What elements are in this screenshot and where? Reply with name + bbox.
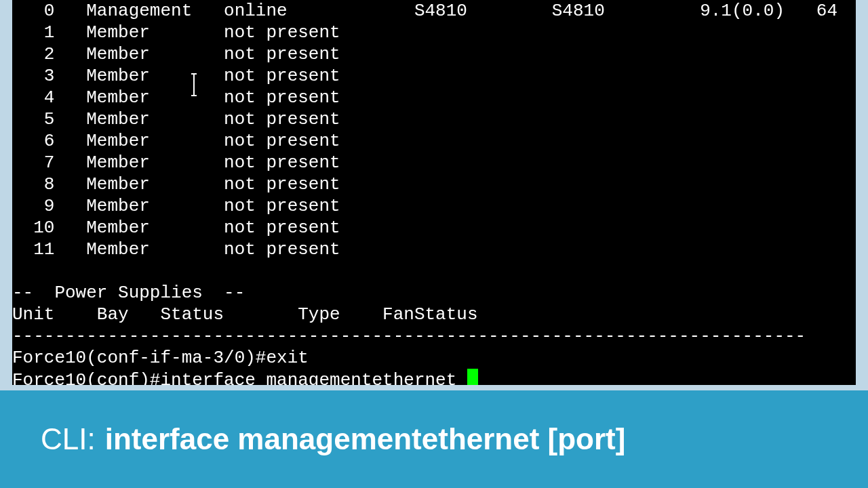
prompt-line-2[interactable]: Force10(conf)#interface managementethern… [12,370,478,385]
divider-line: ----------------------------------------… [12,326,806,346]
caption-text: interface managementethernet [port] [105,422,626,456]
power-header: -- Power Supplies -- [12,283,245,303]
power-columns: Unit Bay Status Type FanStatus [12,304,478,325]
prompt-line-1: Force10(conf-if-ma-3/0)#exit [12,348,309,368]
caption-prefix: CLI: [41,422,96,456]
blank-line [12,261,23,281]
terminal-cursor-icon [467,369,478,385]
caption-bar: CLI: interface managementethernet [port] [0,390,868,488]
terminal-output[interactable]: 0 Management online S4810 S4810 9.1(0.0)… [12,0,856,385]
unit-table: 0 Management online S4810 S4810 9.1(0.0)… [12,1,837,260]
